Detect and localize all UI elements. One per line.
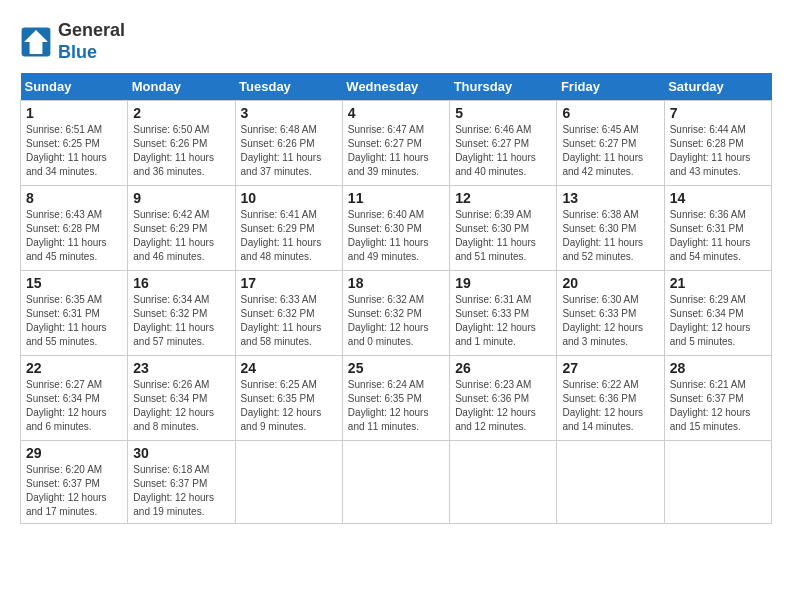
- day-number: 18: [348, 275, 444, 291]
- day-number: 27: [562, 360, 658, 376]
- day-number: 14: [670, 190, 766, 206]
- day-number: 24: [241, 360, 337, 376]
- day-info: Sunrise: 6:30 AMSunset: 6:33 PMDaylight:…: [562, 294, 643, 347]
- day-info: Sunrise: 6:22 AMSunset: 6:36 PMDaylight:…: [562, 379, 643, 432]
- week-row-4: 22Sunrise: 6:27 AMSunset: 6:34 PMDayligh…: [21, 356, 772, 441]
- day-number: 19: [455, 275, 551, 291]
- header-row: SundayMondayTuesdayWednesdayThursdayFrid…: [21, 73, 772, 101]
- week-row-3: 15Sunrise: 6:35 AMSunset: 6:31 PMDayligh…: [21, 271, 772, 356]
- day-info: Sunrise: 6:44 AMSunset: 6:28 PMDaylight:…: [670, 124, 751, 177]
- day-number: 23: [133, 360, 229, 376]
- day-info: Sunrise: 6:25 AMSunset: 6:35 PMDaylight:…: [241, 379, 322, 432]
- day-13: 13Sunrise: 6:38 AMSunset: 6:30 PMDayligh…: [557, 186, 664, 271]
- day-4: 4Sunrise: 6:47 AMSunset: 6:27 PMDaylight…: [342, 101, 449, 186]
- logo-icon: [20, 26, 52, 58]
- day-12: 12Sunrise: 6:39 AMSunset: 6:30 PMDayligh…: [450, 186, 557, 271]
- day-30: 30Sunrise: 6:18 AMSunset: 6:37 PMDayligh…: [128, 441, 235, 524]
- day-number: 5: [455, 105, 551, 121]
- col-header-friday: Friday: [557, 73, 664, 101]
- day-info: Sunrise: 6:32 AMSunset: 6:32 PMDaylight:…: [348, 294, 429, 347]
- week-row-2: 8Sunrise: 6:43 AMSunset: 6:28 PMDaylight…: [21, 186, 772, 271]
- day-number: 21: [670, 275, 766, 291]
- day-info: Sunrise: 6:18 AMSunset: 6:37 PMDaylight:…: [133, 464, 214, 517]
- day-info: Sunrise: 6:21 AMSunset: 6:37 PMDaylight:…: [670, 379, 751, 432]
- day-number: 11: [348, 190, 444, 206]
- week-row-1: 1Sunrise: 6:51 AMSunset: 6:25 PMDaylight…: [21, 101, 772, 186]
- day-10: 10Sunrise: 6:41 AMSunset: 6:29 PMDayligh…: [235, 186, 342, 271]
- day-22: 22Sunrise: 6:27 AMSunset: 6:34 PMDayligh…: [21, 356, 128, 441]
- day-info: Sunrise: 6:23 AMSunset: 6:36 PMDaylight:…: [455, 379, 536, 432]
- day-number: 9: [133, 190, 229, 206]
- day-info: Sunrise: 6:35 AMSunset: 6:31 PMDaylight:…: [26, 294, 107, 347]
- day-info: Sunrise: 6:34 AMSunset: 6:32 PMDaylight:…: [133, 294, 214, 347]
- day-info: Sunrise: 6:38 AMSunset: 6:30 PMDaylight:…: [562, 209, 643, 262]
- day-info: Sunrise: 6:47 AMSunset: 6:27 PMDaylight:…: [348, 124, 429, 177]
- day-number: 28: [670, 360, 766, 376]
- day-14: 14Sunrise: 6:36 AMSunset: 6:31 PMDayligh…: [664, 186, 771, 271]
- day-16: 16Sunrise: 6:34 AMSunset: 6:32 PMDayligh…: [128, 271, 235, 356]
- day-15: 15Sunrise: 6:35 AMSunset: 6:31 PMDayligh…: [21, 271, 128, 356]
- day-24: 24Sunrise: 6:25 AMSunset: 6:35 PMDayligh…: [235, 356, 342, 441]
- logo-general: General: [58, 20, 125, 42]
- day-number: 29: [26, 445, 122, 461]
- day-number: 8: [26, 190, 122, 206]
- day-number: 10: [241, 190, 337, 206]
- day-9: 9Sunrise: 6:42 AMSunset: 6:29 PMDaylight…: [128, 186, 235, 271]
- day-29: 29Sunrise: 6:20 AMSunset: 6:37 PMDayligh…: [21, 441, 128, 524]
- day-number: 1: [26, 105, 122, 121]
- day-number: 12: [455, 190, 551, 206]
- day-info: Sunrise: 6:33 AMSunset: 6:32 PMDaylight:…: [241, 294, 322, 347]
- empty-day: [235, 441, 342, 524]
- day-23: 23Sunrise: 6:26 AMSunset: 6:34 PMDayligh…: [128, 356, 235, 441]
- day-27: 27Sunrise: 6:22 AMSunset: 6:36 PMDayligh…: [557, 356, 664, 441]
- day-number: 13: [562, 190, 658, 206]
- day-11: 11Sunrise: 6:40 AMSunset: 6:30 PMDayligh…: [342, 186, 449, 271]
- col-header-thursday: Thursday: [450, 73, 557, 101]
- day-info: Sunrise: 6:24 AMSunset: 6:35 PMDaylight:…: [348, 379, 429, 432]
- day-number: 26: [455, 360, 551, 376]
- day-info: Sunrise: 6:50 AMSunset: 6:26 PMDaylight:…: [133, 124, 214, 177]
- col-header-sunday: Sunday: [21, 73, 128, 101]
- week-row-5: 29Sunrise: 6:20 AMSunset: 6:37 PMDayligh…: [21, 441, 772, 524]
- day-2: 2Sunrise: 6:50 AMSunset: 6:26 PMDaylight…: [128, 101, 235, 186]
- day-number: 25: [348, 360, 444, 376]
- day-info: Sunrise: 6:29 AMSunset: 6:34 PMDaylight:…: [670, 294, 751, 347]
- day-info: Sunrise: 6:36 AMSunset: 6:31 PMDaylight:…: [670, 209, 751, 262]
- logo-text: General Blue: [58, 20, 125, 63]
- day-1: 1Sunrise: 6:51 AMSunset: 6:25 PMDaylight…: [21, 101, 128, 186]
- day-info: Sunrise: 6:42 AMSunset: 6:29 PMDaylight:…: [133, 209, 214, 262]
- day-info: Sunrise: 6:51 AMSunset: 6:25 PMDaylight:…: [26, 124, 107, 177]
- empty-day: [664, 441, 771, 524]
- day-19: 19Sunrise: 6:31 AMSunset: 6:33 PMDayligh…: [450, 271, 557, 356]
- day-25: 25Sunrise: 6:24 AMSunset: 6:35 PMDayligh…: [342, 356, 449, 441]
- day-number: 16: [133, 275, 229, 291]
- day-info: Sunrise: 6:31 AMSunset: 6:33 PMDaylight:…: [455, 294, 536, 347]
- day-number: 2: [133, 105, 229, 121]
- day-number: 15: [26, 275, 122, 291]
- day-info: Sunrise: 6:20 AMSunset: 6:37 PMDaylight:…: [26, 464, 107, 517]
- page-header: General Blue: [20, 20, 772, 63]
- day-number: 7: [670, 105, 766, 121]
- logo: General Blue: [20, 20, 125, 63]
- day-5: 5Sunrise: 6:46 AMSunset: 6:27 PMDaylight…: [450, 101, 557, 186]
- empty-day: [450, 441, 557, 524]
- day-info: Sunrise: 6:48 AMSunset: 6:26 PMDaylight:…: [241, 124, 322, 177]
- day-28: 28Sunrise: 6:21 AMSunset: 6:37 PMDayligh…: [664, 356, 771, 441]
- day-number: 4: [348, 105, 444, 121]
- day-8: 8Sunrise: 6:43 AMSunset: 6:28 PMDaylight…: [21, 186, 128, 271]
- day-21: 21Sunrise: 6:29 AMSunset: 6:34 PMDayligh…: [664, 271, 771, 356]
- day-info: Sunrise: 6:39 AMSunset: 6:30 PMDaylight:…: [455, 209, 536, 262]
- day-info: Sunrise: 6:46 AMSunset: 6:27 PMDaylight:…: [455, 124, 536, 177]
- day-info: Sunrise: 6:26 AMSunset: 6:34 PMDaylight:…: [133, 379, 214, 432]
- calendar-table: SundayMondayTuesdayWednesdayThursdayFrid…: [20, 73, 772, 524]
- col-header-wednesday: Wednesday: [342, 73, 449, 101]
- col-header-tuesday: Tuesday: [235, 73, 342, 101]
- logo-blue: Blue: [58, 42, 125, 64]
- day-number: 6: [562, 105, 658, 121]
- day-18: 18Sunrise: 6:32 AMSunset: 6:32 PMDayligh…: [342, 271, 449, 356]
- day-number: 3: [241, 105, 337, 121]
- day-7: 7Sunrise: 6:44 AMSunset: 6:28 PMDaylight…: [664, 101, 771, 186]
- col-header-saturday: Saturday: [664, 73, 771, 101]
- day-info: Sunrise: 6:45 AMSunset: 6:27 PMDaylight:…: [562, 124, 643, 177]
- day-number: 17: [241, 275, 337, 291]
